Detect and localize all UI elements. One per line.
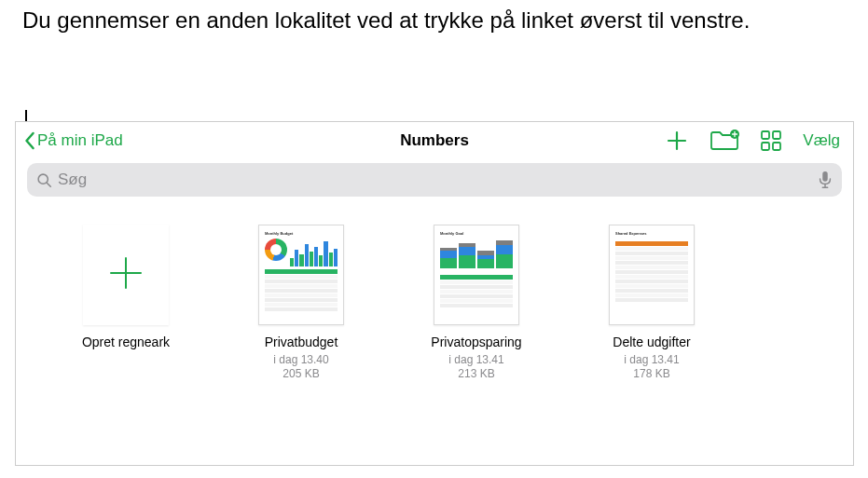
app-window: På min iPad Numbers <box>15 121 854 466</box>
svg-rect-4 <box>773 143 780 150</box>
plus-large-icon <box>102 249 150 301</box>
help-callout: Du gennemser en anden lokalitet ved at t… <box>22 6 750 35</box>
svg-rect-6 <box>822 171 827 182</box>
create-label: Opret regneark <box>82 335 170 350</box>
file-thumbnail: Monthly Goal <box>434 225 519 325</box>
plus-icon <box>665 129 689 153</box>
back-label: På min iPad <box>37 131 123 150</box>
page-title: Numbers <box>400 131 469 150</box>
create-thumbnail <box>83 225 169 325</box>
file-name: Delte udgifter <box>613 335 690 350</box>
search-input[interactable] <box>58 171 818 189</box>
nav-actions: Vælg <box>665 129 846 153</box>
file-thumbnail: Monthly Budget <box>258 225 344 325</box>
file-date: i dag 13.41 <box>624 353 679 368</box>
file-date: i dag 13.41 <box>448 353 503 368</box>
file-grid: Opret regneark Monthly Budget <box>16 202 853 404</box>
create-spreadsheet-button[interactable]: Opret regneark <box>61 225 191 382</box>
svg-point-5 <box>38 174 48 184</box>
grid-icon <box>760 130 782 152</box>
svg-rect-3 <box>762 143 769 150</box>
help-callout-text: Du gennemser en anden lokalitet ved at t… <box>22 7 750 33</box>
search-icon <box>36 172 52 188</box>
svg-rect-1 <box>762 131 769 139</box>
file-size: 213 KB <box>458 367 494 382</box>
file-item[interactable]: Shared Expenses Delte udgifter i dag 13.… <box>586 225 717 382</box>
file-name: Privatopsparing <box>431 335 521 350</box>
file-thumbnail: Shared Expenses <box>609 225 695 325</box>
file-name: Privatbudget <box>265 335 338 350</box>
navigation-bar: På min iPad Numbers <box>16 122 853 159</box>
back-button[interactable]: På min iPad <box>23 131 123 150</box>
file-date: i dag 13.40 <box>273 353 328 368</box>
folder-plus-icon <box>710 129 739 153</box>
file-item[interactable]: Monthly Goal Privatopsparing i dag 13 <box>411 225 542 382</box>
file-size: 205 KB <box>282 367 319 382</box>
file-size: 178 KB <box>633 367 669 382</box>
search-bar[interactable] <box>27 163 842 197</box>
file-item[interactable]: Monthly Budget <box>236 225 366 382</box>
view-grid-button[interactable] <box>760 130 782 152</box>
dictation-button[interactable] <box>818 171 833 189</box>
select-button[interactable]: Vælg <box>803 131 840 150</box>
new-folder-button[interactable] <box>710 129 739 153</box>
add-button[interactable] <box>665 129 689 153</box>
chevron-left-icon <box>23 131 35 150</box>
svg-rect-2 <box>773 131 780 139</box>
